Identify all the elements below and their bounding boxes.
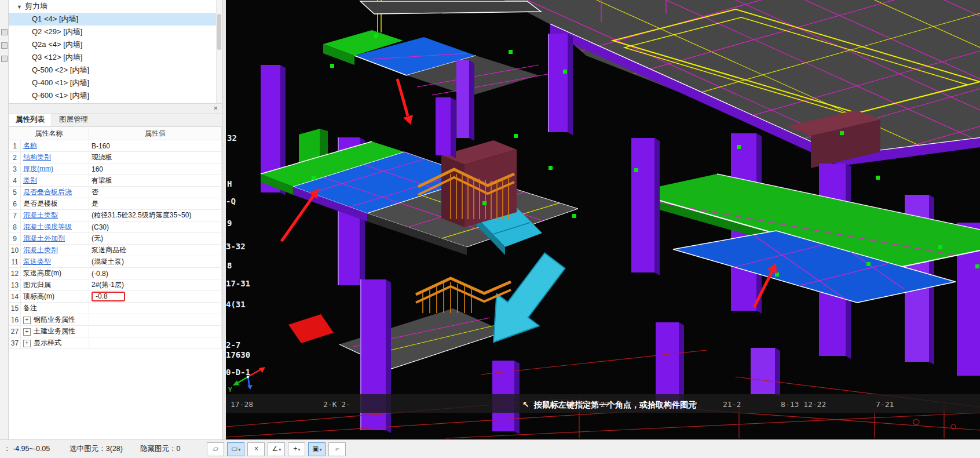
svg-text:17630: 17630 (226, 350, 250, 359)
property-value[interactable]: 泵送商品砼 (89, 245, 222, 256)
collapse-icon[interactable]: ▼ (17, 4, 22, 10)
property-row: 37+显示样式 (9, 337, 222, 349)
svg-text:2-7: 2-7 (226, 340, 240, 350)
property-row: 27+土建业务属性 (9, 326, 222, 337)
polygon-select-button[interactable]: ▱ (207, 442, 224, 456)
tree-group-label: 剪力墙 (25, 2, 47, 10)
property-value[interactable]: (粒径31.5砼32.5级坍落度35~50) (89, 210, 222, 221)
close-icon[interactable]: × (213, 104, 218, 113)
row-number: 7 (9, 210, 21, 221)
property-name: +钢筋业务属性 (21, 314, 89, 326)
tree-item[interactable]: Q2a <4> [内墙] (9, 38, 222, 51)
property-row: 5是否叠合板后浇否 (9, 187, 222, 198)
left-edge-toolbar (0, 0, 9, 439)
grid-label: 21-2 (723, 400, 741, 409)
status-bar: ： -4.95~-0.05 选中图元：3(28) 隐藏图元：0 ▱▭▾×∠▾+▾… (0, 439, 980, 458)
property-value[interactable]: 现浇板 (89, 152, 222, 163)
property-value[interactable] (89, 337, 222, 349)
svg-text:9: 9 (227, 219, 232, 228)
row-number: 4 (9, 175, 21, 187)
property-name: 混凝土类别 (21, 245, 89, 256)
arc-tool-button[interactable]: ⌐ (328, 442, 346, 456)
selection-toolbar: ▱▭▾×∠▾+▾▣▾⌐ (207, 442, 346, 456)
side-toolbar-icon[interactable] (1, 29, 8, 35)
grid-label: 17-28 (231, 400, 253, 409)
col-header-value: 属性值 (89, 127, 222, 140)
grid-label: 8-13 12-22 (781, 400, 826, 409)
tree-item[interactable]: Q-400 <1> [内墙] (9, 77, 222, 89)
property-value[interactable]: -0.8 (89, 291, 222, 303)
property-value[interactable]: 2#(第-1层) (89, 279, 222, 291)
tree-item[interactable]: Q-600 <1> [内墙] (9, 89, 222, 102)
property-row: 15备注 (9, 303, 222, 314)
property-row: 11泵送类型(混凝土泵) (9, 256, 222, 268)
tree-item[interactable]: Q3 <12> [内墙] (9, 51, 222, 64)
tree-item[interactable]: Q1 <4> [内墙] (9, 13, 222, 26)
property-name: 混凝土强度等级 (21, 221, 89, 233)
property-name: 厚度(mm) (21, 163, 89, 175)
model-3d-viewport[interactable]: Y 32 H -Q 9 3-32 8 17-31 4(31 2-7 17630 … (226, 0, 980, 439)
property-name: 是否是楼板 (21, 198, 89, 210)
expand-icon[interactable]: + (23, 317, 31, 324)
row-number: 13 (9, 279, 21, 291)
col-header-name: 属性名称 (9, 127, 89, 140)
property-value[interactable]: 是 (89, 198, 222, 210)
red-highlight-box: -0.8 (92, 292, 125, 301)
svg-text:32: 32 (227, 133, 237, 143)
property-row: 13图元归属2#(第-1层) (9, 279, 222, 291)
model-3d-view[interactable]: Y 32 H -Q 9 3-32 8 17-31 4(31 2-7 17630 … (226, 0, 980, 439)
application-window: ▼剪力墙 Q1 <4> [内墙]Q2 <29> [内墙]Q2a <4> [内墙]… (0, 0, 980, 458)
row-number: 10 (9, 245, 21, 256)
side-toolbar-icon[interactable] (1, 56, 8, 62)
svg-text:0-D-1: 0-D-1 (226, 368, 250, 377)
grid-label: 2-K 2- (323, 400, 350, 409)
tree-scrollbar[interactable] (216, 0, 222, 103)
expand-icon[interactable]: + (23, 328, 31, 336)
property-name: 图元归属 (21, 279, 89, 291)
row-number: 8 (9, 221, 21, 233)
viewport-status-strip: 17-28 2-K 2- 9-4 27-27 1-P 21-2 8-13 12-… (226, 394, 980, 413)
point-snap-button[interactable]: +▾ (288, 442, 305, 456)
property-name: 混凝土外加剂 (21, 233, 89, 245)
tree-item[interactable]: Q2 <29> [内墙] (9, 26, 222, 38)
property-row: 8混凝土强度等级(C30) (9, 221, 222, 233)
tab-property-list[interactable]: 属性列表 (9, 114, 52, 126)
row-number: 5 (9, 187, 21, 198)
rect-draw-button[interactable]: ▣▾ (308, 442, 326, 456)
property-value[interactable] (89, 303, 222, 314)
property-row: 7混凝土类型(粒径31.5砼32.5级坍落度35~50) (9, 210, 222, 221)
property-value[interactable]: (无) (89, 233, 222, 245)
svg-text:17-31: 17-31 (226, 279, 250, 288)
property-value[interactable]: (C30) (89, 221, 222, 233)
click-cursor-icon: ↖ (522, 400, 529, 409)
property-value[interactable]: 160 (89, 163, 222, 175)
row-number: 14 (9, 291, 21, 303)
row-number: 12 (9, 268, 21, 279)
property-name: 是否叠合板后浇 (21, 187, 89, 198)
property-value[interactable]: B-160 (89, 140, 222, 152)
row-number: 9 (9, 233, 21, 245)
clear-selection-button[interactable]: × (247, 442, 265, 456)
property-row: 14顶标高(m)-0.8 (9, 291, 222, 303)
row-number: 11 (9, 256, 21, 268)
side-toolbar-icon[interactable] (1, 42, 8, 49)
properties-table: 属性名称 属性值 1名称B-1602结构类别现浇板3厚度(mm)1604类别有梁… (9, 126, 222, 349)
property-row: 1名称B-160 (9, 140, 222, 152)
property-value[interactable] (89, 314, 222, 326)
rect-select-button[interactable]: ▭▾ (227, 442, 244, 456)
property-value[interactable] (89, 326, 222, 337)
property-value[interactable]: 有梁板 (89, 175, 222, 187)
scrollbar-thumb[interactable] (217, 14, 221, 50)
tab-layer-manage[interactable]: 图层管理 (52, 114, 95, 126)
property-value[interactable]: (混凝土泵) (89, 256, 222, 268)
line-select-button[interactable]: ∠▾ (268, 442, 285, 456)
svg-text:-Q: -Q (226, 197, 236, 206)
axis-y-label: Y (228, 386, 232, 394)
property-row: 4类别有梁板 (9, 175, 222, 187)
property-value[interactable]: (-0.8) (89, 268, 222, 279)
property-value[interactable]: 否 (89, 187, 222, 198)
expand-icon[interactable]: + (23, 340, 31, 347)
tree-group-shearwall[interactable]: ▼剪力墙 (9, 0, 222, 13)
tree-item[interactable]: Q-500 <2> [内墙] (9, 64, 222, 77)
property-name: 结构类别 (21, 152, 89, 163)
